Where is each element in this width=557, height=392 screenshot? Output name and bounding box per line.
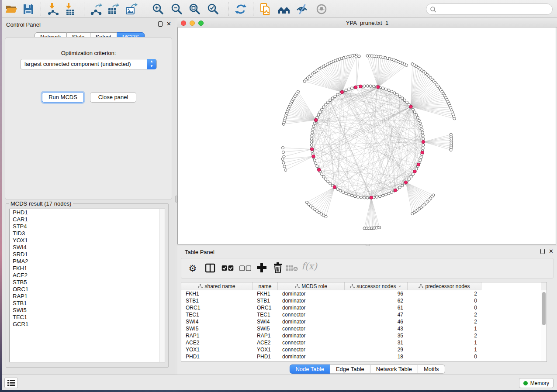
network-node[interactable] [319,111,322,113]
network-node[interactable] [412,108,414,111]
node-table[interactable]: shared namenameMCDS rolesuccessor nodes⌄… [181,282,547,362]
network-node[interactable] [313,159,316,162]
dominator-node[interactable] [333,186,336,189]
optimization-criterion-select[interactable]: largest connected component (undirected)… [20,59,157,69]
network-node[interactable] [324,178,327,180]
mcds-result-list[interactable]: PHD1CAR1STP4TID3YOX1SWI4SRD1PMA2FKH1ACE2… [9,209,165,362]
column-header-shared-name[interactable]: shared name [181,282,253,290]
float-panel-icon[interactable] [540,249,545,254]
mcds-result-item[interactable]: GCR1 [10,321,165,328]
dominator-node[interactable] [377,86,380,89]
network-node[interactable] [422,144,425,146]
mcds-result-item[interactable]: SWI5 [10,307,165,314]
zoom-fit-icon[interactable] [188,3,201,16]
run-mcds-button[interactable]: Run MCDS [42,92,84,103]
table-row[interactable]: SWI5SWI5connector431 [181,325,481,332]
dominator-node[interactable] [317,168,320,171]
network-node[interactable] [420,156,422,158]
close-panel-icon[interactable]: ✕ [166,21,171,27]
network-node[interactable] [345,89,347,92]
network-node[interactable] [422,147,424,149]
import-table-icon[interactable] [63,3,76,16]
mcds-result-item[interactable]: SRD1 [10,251,165,258]
zoom-out-icon[interactable] [170,3,183,16]
mcds-result-item[interactable]: YOX1 [10,237,165,244]
mcds-result-item[interactable]: STP4 [10,223,165,230]
network-node[interactable] [322,106,325,108]
network-node[interactable] [355,55,357,58]
dominator-node[interactable] [394,189,397,192]
network-node[interactable] [339,189,342,192]
column-header-MCDS-role[interactable]: MCDS role [278,282,345,290]
mcds-result-item[interactable]: TEC1 [10,314,165,321]
network-node[interactable] [281,146,284,149]
table-scrollbar[interactable] [541,282,547,362]
export-image-icon[interactable] [125,3,138,16]
network-node[interactable] [310,144,313,146]
network-node[interactable] [310,138,313,140]
refresh-icon[interactable] [234,3,247,16]
network-node[interactable] [363,227,366,230]
zoom-selected-icon[interactable] [206,3,219,16]
network-node[interactable] [350,87,353,89]
network-node[interactable] [316,165,318,167]
network-node[interactable] [315,162,317,165]
open-file-icon[interactable] [5,3,18,16]
table-row[interactable]: SWI4SWI4dominator462 [181,318,481,325]
network-node[interactable] [317,113,320,116]
search-input[interactable] [439,5,548,14]
network-node[interactable] [345,192,347,195]
network-node[interactable] [384,193,387,196]
network-node[interactable] [356,196,359,198]
deselect-all-rows-icon[interactable] [239,265,251,273]
network-node[interactable] [421,128,423,131]
network-node[interactable] [375,196,378,198]
network-node[interactable] [311,134,313,137]
network-node[interactable] [369,85,372,87]
scrollbar-thumb[interactable] [542,292,546,325]
network-node[interactable] [418,119,420,122]
network-node[interactable] [422,138,425,140]
network-node[interactable] [453,117,456,120]
network-node[interactable] [398,95,401,98]
table-row[interactable]: ORC1ORC1dominator610 [181,304,481,311]
network-node[interactable] [393,92,396,94]
table-row[interactable]: RAP1RAP1dominator352 [181,332,481,339]
table-row[interactable]: PHD1PHD1dominator180 [181,353,481,360]
network-node[interactable] [401,184,404,187]
network-node[interactable] [331,97,334,100]
network-node[interactable] [398,186,401,189]
close-panel-button[interactable]: Close panel [90,92,136,103]
network-node[interactable] [313,122,316,125]
network-node[interactable] [310,141,313,143]
network-node[interactable] [405,101,408,103]
dominator-node[interactable] [421,151,424,154]
import-network-icon[interactable] [47,3,60,16]
hide-selected-icon[interactable] [295,3,308,16]
add-column-icon[interactable] [256,262,267,275]
save-session-icon[interactable] [22,3,35,16]
vertical-splitter-handle[interactable] [175,196,177,203]
dominator-node[interactable] [409,105,412,108]
mcds-result-item[interactable]: ORC1 [10,286,165,293]
network-node[interactable] [401,97,404,100]
network-node[interactable] [420,125,422,127]
network-node[interactable] [284,168,287,171]
delete-column-icon[interactable] [273,262,283,275]
column-header-name[interactable]: name [253,282,278,290]
network-node[interactable] [419,122,422,125]
network-node[interactable] [419,159,422,162]
network-node[interactable] [450,148,452,151]
network-node[interactable] [348,88,350,90]
network-node[interactable] [342,191,344,193]
network-node[interactable] [381,87,384,89]
network-node[interactable] [297,90,299,93]
network-node[interactable] [363,196,366,199]
zoom-in-icon[interactable] [151,3,164,16]
network-node[interactable] [387,89,390,92]
network-node[interactable] [422,134,424,137]
mcds-result-item[interactable]: CAR1 [10,216,165,223]
float-panel-icon[interactable] [158,21,163,27]
network-node[interactable] [411,212,414,215]
network-node[interactable] [372,85,375,88]
